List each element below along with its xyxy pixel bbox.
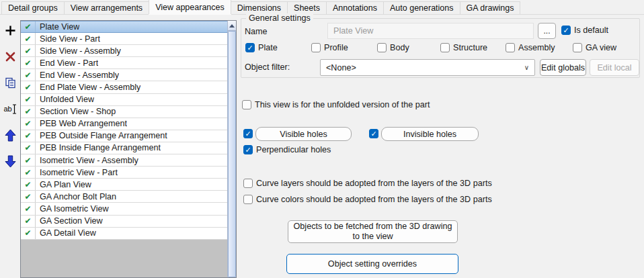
view-list: Plate View Side View - Part Side View - …	[20, 20, 237, 278]
list-item[interactable]: End Plate View - Assembly	[21, 81, 227, 93]
checkbox-checked-icon	[243, 129, 253, 138]
checkbox-checked-icon	[243, 145, 253, 154]
plus-icon	[5, 25, 16, 36]
is-default-checkbox[interactable]: Is default	[561, 26, 608, 35]
list-item[interactable]: End View - Part	[21, 57, 227, 69]
assembly-checkbox[interactable]: Assembly	[506, 43, 555, 52]
fetch-objects-button[interactable]: Objects to be fetched from the 3D drawin…	[288, 220, 458, 243]
tab-view-arrangements[interactable]: View arrangements	[64, 1, 149, 14]
check-icon	[21, 106, 36, 118]
checkbox-unchecked-icon	[243, 179, 253, 188]
scrollbar-thumb[interactable]	[228, 31, 236, 277]
unfolded-version-label: This view is for the unfolded version of…	[255, 100, 430, 109]
list-item-label: End Plate View - Assembly	[36, 83, 140, 92]
list-item-label: GA Section View	[36, 216, 103, 226]
unfolded-version-checkbox[interactable]: This view is for the unfolded version of…	[242, 100, 430, 109]
check-icon	[21, 203, 36, 214]
structure-checkbox[interactable]: Structure	[440, 43, 487, 52]
checkbox-unchecked-icon	[440, 43, 450, 52]
move-down-button[interactable]	[3, 155, 17, 167]
vertical-scrollbar[interactable]	[227, 21, 236, 277]
edit-globals-button[interactable]: Edit globals	[540, 59, 586, 76]
checkbox-checked-icon	[245, 43, 255, 52]
plate-checkbox[interactable]: Plate	[245, 43, 278, 52]
list-item[interactable]: End View - Assembly	[21, 69, 227, 81]
rename-button[interactable]: ab	[3, 103, 17, 115]
list-item[interactable]: Unfolded View	[21, 94, 227, 106]
checkbox-unchecked-icon	[573, 43, 582, 52]
visible-holes-checkbox[interactable]	[243, 129, 253, 138]
delete-button[interactable]	[3, 50, 17, 62]
body-checkbox[interactable]: Body	[377, 43, 409, 52]
list-toolbar: ab	[0, 20, 20, 278]
add-button[interactable]	[3, 24, 17, 36]
rename-text-cursor-icon: ab	[3, 105, 11, 113]
list-item-label: Isometric View - Part	[36, 168, 118, 177]
list-item[interactable]: Plate View	[21, 21, 227, 33]
curve-colors-checkbox[interactable]: Curve colors should be adopted from the …	[243, 195, 492, 204]
list-item[interactable]: GA Section View	[21, 216, 227, 228]
object-filter-label: Object filter:	[245, 62, 290, 72]
list-item[interactable]: Side View - Part	[21, 33, 227, 45]
list-item[interactable]: PEB Inside Flange Arrangement	[21, 142, 227, 154]
invisible-holes-button[interactable]: Invisible holes	[381, 127, 479, 141]
curve-layers-checkbox[interactable]: Curve layers should be adopted from the …	[243, 179, 492, 188]
text-cursor-icon	[12, 104, 17, 114]
tab-detail-groups[interactable]: Detail groups	[1, 1, 65, 14]
ga-view-label: GA view	[586, 43, 616, 52]
name-label: Name	[245, 27, 268, 36]
list-item[interactable]: GA Detail View	[21, 228, 227, 240]
profile-checkbox[interactable]: Profile	[311, 43, 348, 52]
check-icon	[21, 45, 36, 56]
scrollbar-up-button[interactable]	[228, 21, 236, 31]
view-list-rows: Plate View Side View - Part Side View - …	[21, 21, 227, 240]
chevron-down-icon: ∨	[524, 64, 529, 71]
list-item[interactable]: PEB Outside Flange Arrangement	[21, 130, 227, 142]
check-icon	[21, 167, 36, 178]
structure-label: Structure	[453, 43, 487, 52]
browse-name-button[interactable]: ...	[538, 23, 556, 39]
check-icon	[21, 69, 36, 81]
invisible-holes-checkbox[interactable]	[369, 129, 378, 138]
tab-annotations[interactable]: Annotations	[326, 1, 384, 14]
profile-label: Profile	[324, 43, 348, 52]
name-input[interactable]: Plate View	[327, 23, 534, 39]
delete-x-icon	[5, 52, 15, 62]
copy-button[interactable]	[3, 77, 17, 89]
check-icon	[21, 130, 36, 142]
perpendicular-holes-label: Perpendicular holes	[256, 145, 331, 154]
check-icon	[21, 21, 36, 32]
list-item[interactable]: PEB Web Arrangement	[21, 118, 227, 130]
move-up-button[interactable]	[3, 129, 17, 141]
object-setting-overrides-button[interactable]: Object setting overrides	[286, 254, 458, 274]
list-item[interactable]: GA Anchor Bolt Plan	[21, 191, 227, 203]
check-icon	[21, 179, 36, 190]
list-item-label: PEB Inside Flange Arrangement	[36, 143, 161, 152]
edit-local-button[interactable]: Edit local	[590, 59, 639, 76]
tab-ga-drawings[interactable]: GA drawings	[460, 1, 521, 14]
tab-view-appearances[interactable]: View appearances	[149, 0, 231, 14]
list-item[interactable]: Side View - Assembly	[21, 45, 227, 57]
list-item[interactable]: Isometric View - Assembly	[21, 154, 227, 167]
perpendicular-holes-checkbox[interactable]: Perpendicular holes	[243, 145, 331, 154]
list-item[interactable]: Section View - Shop	[21, 106, 227, 118]
checkbox-unchecked-icon	[506, 43, 515, 52]
tab-dimensions[interactable]: Dimensions	[231, 1, 288, 14]
object-filter-dropdown[interactable]: <None> ∨	[320, 59, 535, 76]
list-item[interactable]: Isometric View - Part	[21, 167, 227, 179]
ga-view-checkbox[interactable]: GA view	[573, 43, 616, 52]
check-icon	[21, 216, 36, 227]
arrow-up-icon	[5, 129, 16, 142]
list-item[interactable]: GA Plan View	[21, 179, 227, 191]
check-icon	[21, 94, 36, 105]
tab-auto-generations[interactable]: Auto generations	[383, 1, 460, 14]
list-item-label: Unfolded View	[36, 95, 94, 104]
tab-sheets[interactable]: Sheets	[287, 1, 327, 14]
visible-holes-button[interactable]: Visible holes	[255, 127, 352, 141]
list-item-label: PEB Web Arrangement	[36, 119, 127, 128]
checkbox-unchecked-icon	[311, 43, 321, 52]
check-icon	[21, 33, 36, 44]
curve-layers-label: Curve layers should be adopted from the …	[256, 179, 492, 188]
copy-icon	[5, 77, 16, 89]
list-item[interactable]: GA Isometric View	[21, 203, 227, 215]
